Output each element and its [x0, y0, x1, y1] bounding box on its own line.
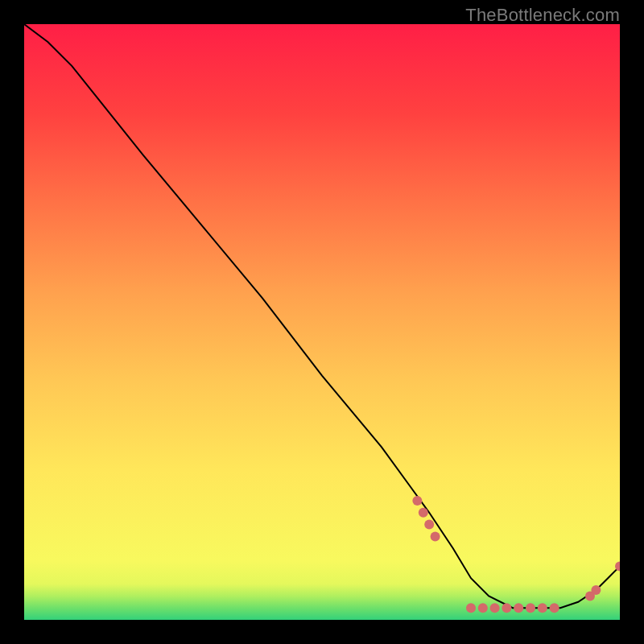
marker-dot: [431, 531, 440, 541]
marker-dot: [412, 496, 422, 506]
marker-dot: [526, 603, 535, 613]
marker-dot: [550, 603, 559, 613]
gradient-background: [24, 24, 620, 620]
marker-dot: [502, 603, 511, 613]
marker-dot: [466, 603, 476, 613]
marker-dot: [591, 585, 601, 595]
marker-dot: [478, 603, 488, 613]
watermark-text: TheBottleneck.com: [465, 5, 620, 26]
marker-dot: [419, 508, 428, 518]
chart-frame: TheBottleneck.com: [0, 0, 644, 644]
marker-dot: [538, 603, 547, 613]
marker-dot: [424, 520, 434, 530]
plot-area: [24, 24, 620, 620]
marker-dot: [490, 603, 500, 613]
marker-dot: [514, 603, 523, 613]
chart-svg: [24, 24, 620, 620]
